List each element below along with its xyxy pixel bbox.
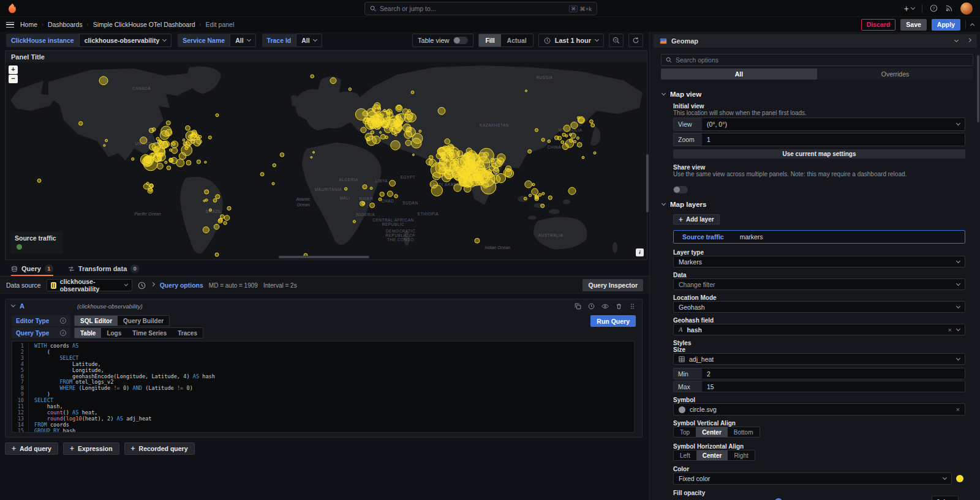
query-options-link[interactable]: Query options [160, 282, 203, 289]
datasource-select[interactable]: clickhouse-observability [47, 279, 132, 291]
variable-value-service-name[interactable]: All [230, 34, 255, 47]
collapse-header-icon[interactable] [970, 23, 974, 28]
location-mode-select[interactable]: Geohash [673, 301, 965, 313]
variable-value-clickhouse-instance[interactable]: clickhouse-observability [79, 34, 172, 47]
align-top-option[interactable]: Top [674, 427, 696, 437]
table-view-toggle[interactable]: Table view [412, 34, 473, 47]
query-type-traces[interactable]: Traces [172, 328, 203, 338]
time-range-picker[interactable]: Last 1 hour [538, 34, 604, 47]
map-attribution-icon[interactable]: i [636, 248, 644, 256]
drag-query-icon[interactable] [629, 303, 636, 310]
layer-type-select[interactable]: Markers [673, 256, 965, 267]
news-icon[interactable] [945, 4, 953, 12]
search-input[interactable]: Search or jump to... ⌘ ⌘+k [364, 2, 597, 15]
duplicate-query-icon[interactable] [575, 303, 581, 310]
section-map-layers[interactable]: Map layers [662, 201, 706, 208]
new-item-button[interactable]: + [904, 6, 914, 12]
map-canvas[interactable]: CANADARUSSIAUNITED STATESKAZAKHSTANMONGO… [6, 62, 647, 259]
data-filter-select[interactable]: Change filter [673, 278, 965, 290]
panel-title[interactable]: Panel Title [6, 51, 647, 62]
query-options-chevron[interactable] [151, 282, 155, 286]
scrollbar-thumb[interactable] [977, 55, 979, 122]
save-button[interactable]: Save [900, 19, 927, 31]
actual-option[interactable]: Actual [501, 34, 533, 47]
time-zoom-out-button[interactable] [609, 34, 624, 47]
map-zoom-in-button[interactable]: + [9, 65, 18, 74]
tab-query[interactable]: Query 1 [11, 264, 53, 276]
plus-icon: + [679, 217, 683, 223]
user-avatar[interactable] [960, 2, 973, 15]
panel-resize-handle[interactable] [279, 256, 369, 258]
options-tab-all[interactable]: All [661, 69, 817, 80]
clear-icon[interactable]: × [948, 326, 952, 334]
clear-icon[interactable]: × [956, 406, 960, 413]
variable-value-trace-id[interactable]: All [296, 34, 322, 47]
search-icon [370, 6, 376, 12]
datasource-help-icon[interactable] [138, 282, 146, 289]
size-field-select[interactable]: adj_heat [673, 353, 965, 365]
section-map-view[interactable]: Map view [662, 91, 701, 98]
sql-editor[interactable]: 1WITH coords AS2 (3 SELECT4 Latitude,5 L… [12, 341, 635, 433]
editor-type-label: Editor Typei [12, 315, 70, 326]
menu-icon[interactable] [6, 22, 14, 28]
symbol-select[interactable]: circle.svg × [673, 403, 965, 416]
breadcrumb-home[interactable]: Home [20, 21, 37, 28]
query-type-timeseries[interactable]: Time Series [127, 328, 172, 338]
color-select[interactable]: Fixed color [673, 472, 952, 485]
geohash-field-select[interactable]: A hash × [673, 324, 965, 335]
layer-item-source-traffic[interactable]: Source traffic markers [673, 230, 965, 244]
expression-button[interactable]: +Expression [63, 442, 119, 455]
location-mode-label: Location Mode [673, 294, 717, 301]
query-history-icon[interactable] [588, 303, 595, 310]
help-icon[interactable]: ? [930, 4, 938, 12]
fill-option[interactable]: Fill [479, 34, 500, 47]
breadcrumb-dashboard-name[interactable]: Simple ClickHouse OTel Dashboard [93, 21, 195, 28]
query-type-logs[interactable]: Logs [101, 328, 127, 338]
collapse-query-icon[interactable] [11, 303, 15, 307]
scrollbar-thumb[interactable] [646, 154, 649, 212]
align-right-option[interactable]: Right [728, 450, 754, 460]
view-field-select[interactable]: (0°, 0°) [702, 118, 965, 130]
panel-type-dropdown-icon[interactable] [954, 38, 959, 42]
variable-label-trace-id: Trace Id [262, 34, 296, 47]
align-center-option[interactable]: Center [696, 450, 728, 460]
color-swatch[interactable] [956, 475, 963, 482]
map-zoom-out-button[interactable]: − [9, 75, 18, 83]
share-view-toggle[interactable] [673, 186, 688, 193]
run-query-button[interactable]: Run Query [590, 315, 636, 327]
max-input[interactable]: 15 [702, 381, 965, 392]
min-input[interactable]: 2 [702, 368, 965, 379]
align-center-option[interactable]: Center [696, 427, 728, 437]
tab-transform-data[interactable]: Transform data 0 [68, 264, 139, 276]
delete-query-icon[interactable] [616, 303, 622, 310]
apply-button[interactable]: Apply [932, 19, 960, 31]
query-builder-option[interactable]: Query Builder [118, 316, 169, 326]
svg-text:Ocean: Ocean [297, 203, 310, 207]
add-query-button[interactable]: +Add query [5, 442, 58, 455]
svg-text:CENTRAL AFRICAN: CENTRAL AFRICAN [372, 218, 414, 222]
grafana-logo[interactable] [7, 3, 17, 13]
fill-opacity-value[interactable]: 0.4 [932, 496, 959, 500]
map-legend[interactable]: Source traffic [10, 232, 62, 253]
refresh-button[interactable] [628, 34, 643, 47]
zoom-field-input[interactable]: 1 [702, 133, 965, 146]
breadcrumb-dashboards[interactable]: Dashboards [48, 21, 83, 28]
query-row-header[interactable]: A (clickhouse-observability) [6, 299, 642, 313]
add-layer-button[interactable]: +Add layer [673, 214, 720, 225]
collapse-pane-icon[interactable] [967, 38, 971, 42]
use-current-map-settings-button[interactable]: Use current map settings [673, 149, 965, 159]
align-left-option[interactable]: Left [674, 450, 696, 460]
discard-button[interactable]: Discard [861, 19, 896, 31]
data-label: Data [673, 272, 687, 278]
hide-response-icon[interactable] [601, 303, 609, 310]
table-view-switch[interactable] [453, 37, 468, 44]
options-search-input[interactable]: Search options [661, 54, 973, 66]
query-type-table[interactable]: Table [75, 328, 101, 338]
panel-type-header[interactable]: Geomap [654, 34, 977, 48]
recorded-query-button[interactable]: +Recorded query [124, 442, 195, 455]
query-inspector-button[interactable]: Query Inspector [582, 279, 643, 291]
align-bottom-option[interactable]: Bottom [728, 427, 760, 437]
options-tab-overrides[interactable]: Overrides [817, 69, 973, 80]
symbol-vertical-align-segment: Top Center Bottom [673, 427, 760, 438]
sql-editor-option[interactable]: SQL Editor [75, 316, 118, 326]
